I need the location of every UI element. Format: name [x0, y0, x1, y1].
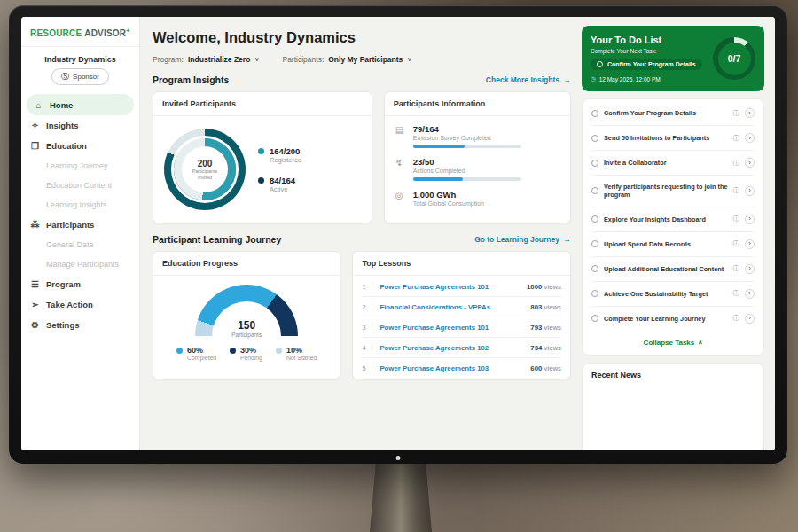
- todo-due-text: 12 May 2025, 12:00 PM: [599, 76, 661, 82]
- task-checkbox[interactable]: [591, 265, 598, 272]
- task-checkbox[interactable]: [591, 187, 598, 194]
- task-checkbox[interactable]: [591, 290, 598, 297]
- lesson-row: 3 Power Purchase Agreements 101 793 view…: [362, 317, 561, 338]
- recent-news-card[interactable]: Recent News: [582, 363, 764, 450]
- chevron-right-icon[interactable]: ›: [745, 158, 755, 168]
- todo-panel: Your To Do List Complete Your Next Task:…: [582, 17, 775, 450]
- info-icon[interactable]: ⓘ: [733, 159, 740, 168]
- task-checkbox[interactable]: [591, 110, 598, 117]
- sidebar-item-take-action[interactable]: ➢Take Action: [21, 294, 139, 315]
- todo-due: ◷ 12 May 2025, 12:00 PM: [591, 75, 702, 82]
- task-row[interactable]: Achieve One Sustainability Target ⓘ ›: [591, 282, 755, 307]
- task-label: Upload Additional Educational Content: [604, 265, 728, 273]
- task-row[interactable]: Explore Your Insights Dashboard ⓘ ›: [591, 207, 755, 232]
- lesson-views: 600 views: [530, 364, 561, 372]
- info-icon[interactable]: ⓘ: [733, 134, 740, 143]
- legend-item-active: 84/164 Active: [258, 176, 301, 193]
- legend-item-not-started: 10% Not Started: [276, 346, 317, 361]
- todo-progress-value: 0/7: [718, 43, 751, 75]
- go-to-learning-journey-link[interactable]: Go to Learning Journey →: [474, 235, 571, 244]
- sponsor-badge[interactable]: Ⓢ Sponsor: [51, 68, 109, 85]
- sidebar-item-education-content[interactable]: Education Content: [21, 176, 139, 195]
- task-checkbox[interactable]: [591, 135, 598, 142]
- lesson-row: 2 Financial Considerations - VPPAs 803 v…: [362, 297, 561, 317]
- info-icon[interactable]: ⓘ: [733, 239, 740, 248]
- views-unit: views: [542, 283, 561, 291]
- chevron-right-icon[interactable]: ›: [745, 314, 755, 324]
- chevron-right-icon[interactable]: ›: [745, 133, 755, 143]
- sidebar-item-label: Manage Participants: [46, 260, 119, 269]
- desk-scene: RESOURCEADVISOR+ Industry Dynamics Ⓢ Spo…: [0, 0, 798, 532]
- info-label: Emission Survey Completed: [413, 135, 521, 141]
- info-icon[interactable]: ⓘ: [733, 186, 740, 195]
- check-more-insights-link[interactable]: Check More Insights →: [486, 75, 571, 84]
- lesson-link[interactable]: Power Purchase Agreements 102: [379, 344, 523, 352]
- sidebar-item-label: Insights: [46, 121, 78, 130]
- card-title: Top Lessons: [353, 252, 570, 276]
- participants-filter[interactable]: Participants: Only My Participants ∨: [282, 55, 411, 64]
- legend-item-pending: 30% Pending: [230, 346, 262, 361]
- book-icon: ❐: [30, 141, 40, 151]
- lesson-link[interactable]: Power Purchase Agreements 101: [379, 324, 523, 332]
- lesson-rank: 3: [362, 324, 372, 332]
- program-filter[interactable]: Program: Industrialize Zero ∨: [153, 55, 259, 64]
- chevron-right-icon[interactable]: ›: [745, 186, 755, 196]
- collapse-tasks-link[interactable]: Collapse Tasks ∧: [591, 331, 755, 351]
- task-row[interactable]: Verify participants requesting to join t…: [591, 176, 755, 207]
- legend-value: 30%: [240, 346, 262, 355]
- sidebar-item-education[interactable]: ❐Education: [21, 136, 139, 156]
- lesson-link[interactable]: Financial Considerations - VPPAs: [379, 303, 523, 311]
- lesson-row: 5 Power Purchase Agreements 103 600 view…: [362, 358, 561, 378]
- chevron-right-icon[interactable]: ›: [745, 289, 755, 299]
- next-task-chip[interactable]: Confirm Your Program Details: [591, 59, 702, 70]
- lesson-views: 734 views: [530, 344, 561, 352]
- sidebar-item-manage-participants[interactable]: Manage Participants: [21, 254, 139, 274]
- sidebar-item-settings[interactable]: ⚙Settings: [21, 315, 139, 335]
- sidebar-item-program[interactable]: ☰Program: [21, 274, 139, 294]
- sidebar: RESOURCEADVISOR+ Industry Dynamics Ⓢ Spo…: [21, 17, 140, 450]
- section-title: Participant Learning Journey: [153, 234, 281, 245]
- task-row[interactable]: Confirm Your Program Details ⓘ ›: [591, 101, 755, 126]
- todo-summary-card: Your To Do List Complete Your Next Task:…: [582, 26, 764, 91]
- task-checkbox[interactable]: [591, 215, 598, 223]
- sponsor-label: Sponsor: [73, 73, 99, 81]
- info-icon[interactable]: ⓘ: [733, 215, 740, 223]
- education-legend: 60% Completed 30% Pending: [176, 346, 317, 361]
- invited-participants-card: Invited Participants 200 Participants In…: [153, 91, 372, 223]
- task-checkbox[interactable]: [591, 315, 598, 322]
- sidebar-item-general-data[interactable]: General Data: [21, 235, 139, 254]
- info-icon[interactable]: ⓘ: [733, 109, 740, 118]
- task-checkbox[interactable]: [591, 160, 598, 167]
- arrow-right-icon: →: [563, 75, 571, 84]
- views-unit: views: [542, 344, 561, 352]
- legend-label: Completed: [187, 355, 216, 361]
- sidebar-item-learning-insights[interactable]: Learning Insights: [21, 195, 139, 215]
- sidebar-item-home[interactable]: ⌂Home: [27, 94, 134, 115]
- sidebar-item-participants[interactable]: ⁂Participants: [21, 215, 139, 235]
- lesson-link[interactable]: Power Purchase Agreements 101: [379, 283, 520, 291]
- task-checkbox[interactable]: [591, 240, 598, 247]
- lesson-link[interactable]: Power Purchase Agreements 103: [379, 364, 523, 372]
- chevron-right-icon[interactable]: ›: [745, 215, 755, 224]
- views-unit: views: [542, 324, 561, 332]
- sidebar-item-insights[interactable]: ✧Insights: [21, 115, 139, 136]
- task-row[interactable]: Upload Additional Educational Content ⓘ …: [591, 257, 755, 282]
- info-icon[interactable]: ⓘ: [733, 264, 740, 273]
- task-row[interactable]: Send 50 Invitations to Participants ⓘ ›: [591, 126, 755, 151]
- sidebar-item-label: Education Content: [46, 181, 112, 190]
- chevron-right-icon[interactable]: ›: [745, 264, 755, 274]
- chevron-right-icon[interactable]: ›: [745, 239, 755, 249]
- next-task-label: Confirm Your Program Details: [607, 61, 696, 67]
- task-row[interactable]: Complete Your Learning Journey ⓘ ›: [591, 307, 755, 331]
- todo-tasks-card: Confirm Your Program Details ⓘ › Send 50…: [582, 98, 764, 356]
- sidebar-item-learning-journey[interactable]: Learning Journey: [21, 156, 139, 176]
- filters-row: Program: Industrialize Zero ∨ Participan…: [153, 55, 571, 64]
- org-name: Industry Dynamics: [21, 55, 139, 64]
- task-row[interactable]: Invite a Collaborator ⓘ ›: [591, 151, 755, 176]
- participants-information-card: Participants Information ▤ 79/164 Emissi…: [384, 91, 571, 223]
- info-icon[interactable]: ⓘ: [733, 314, 740, 323]
- task-row[interactable]: Upload Spend Data Records ⓘ ›: [591, 232, 755, 257]
- chevron-right-icon[interactable]: ›: [745, 108, 755, 118]
- info-icon[interactable]: ⓘ: [733, 289, 740, 298]
- lesson-row: 4 Power Purchase Agreements 102 734 view…: [362, 338, 561, 358]
